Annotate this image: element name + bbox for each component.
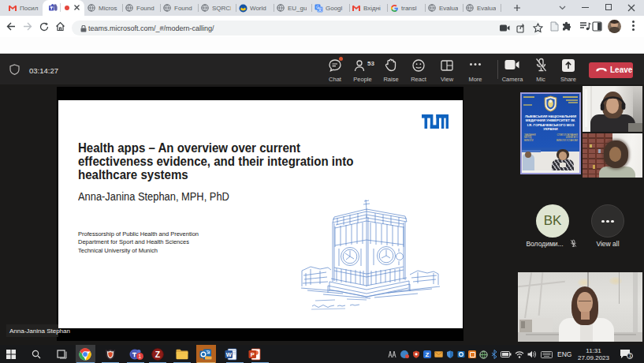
svg-text:P: P: [251, 350, 255, 357]
svg-text:G: G: [316, 5, 319, 9]
svg-text:W: W: [226, 350, 233, 357]
svg-text:Z: Z: [155, 349, 161, 358]
